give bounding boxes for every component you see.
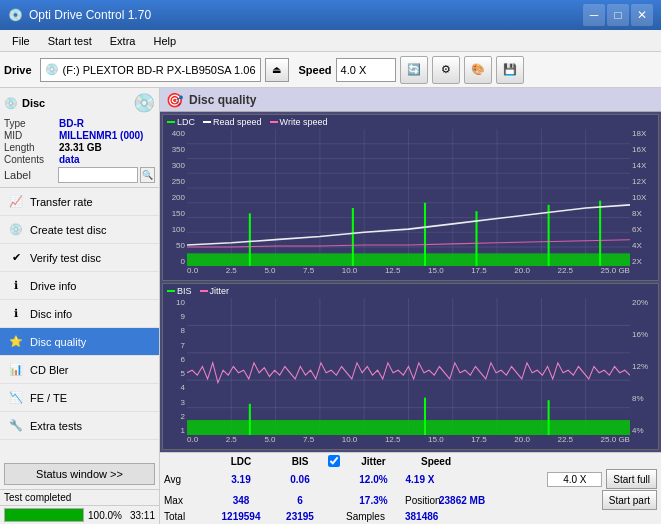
speed-select[interactable]: 4.0 X: [336, 58, 396, 82]
main-content: 💿 Disc 💿 Type BD-R MID MILLENMR1 (000) L…: [0, 88, 661, 524]
menu-start-test[interactable]: Start test: [40, 31, 100, 51]
chart1-legend: LDC Read speed Write speed: [167, 117, 327, 127]
write-speed-dot: [270, 121, 278, 123]
svg-rect-23: [548, 205, 550, 266]
disc-label-input[interactable]: [58, 167, 138, 183]
close-button[interactable]: ✕: [631, 4, 653, 26]
nav-item-verify-test-disc[interactable]: ✔ Verify test disc: [0, 244, 159, 272]
chart-header: 🎯 Disc quality: [160, 88, 661, 112]
nav-label-disc-quality: Disc quality: [30, 336, 86, 348]
title-bar-controls: ─ □ ✕: [583, 4, 653, 26]
nav-label-transfer-rate: Transfer rate: [30, 196, 93, 208]
avg-ldc: 3.19: [210, 474, 272, 485]
max-right: 23862 MB Start part: [439, 490, 657, 510]
max-ldc: 348: [210, 495, 272, 506]
nav-item-disc-quality[interactable]: ⭐ Disc quality: [0, 328, 159, 356]
verify-test-disc-icon: ✔: [8, 250, 24, 266]
progress-bar-inner: [5, 509, 83, 521]
disc-quality-icon: ⭐: [8, 334, 24, 350]
nav-item-cd-bler[interactable]: 📊 CD Bler: [0, 356, 159, 384]
avg-bis: 0.06: [276, 474, 324, 485]
max-row: Max 348 6 17.3% Position 23862 MB Start …: [164, 490, 657, 510]
status-window-button[interactable]: Status window >>: [4, 463, 155, 485]
jitter-checkbox[interactable]: [328, 455, 340, 467]
start-full-button[interactable]: Start full: [606, 469, 657, 489]
extra-tests-icon: 🔧: [8, 418, 24, 434]
eject-button[interactable]: ⏏: [265, 58, 289, 82]
app-title: Opti Drive Control 1.70: [29, 8, 151, 22]
chart1-x-axis: 0.0 2.5 5.0 7.5 10.0 12.5 15.0 17.5 20.0…: [187, 266, 630, 280]
nav-label-cd-bler: CD Bler: [30, 364, 69, 376]
settings-button[interactable]: ⚙: [432, 56, 460, 84]
position-value: 23862 MB: [439, 495, 485, 506]
speed-value: 4.0 X: [341, 64, 367, 76]
chart2-y-right: 20% 16% 12% 8% 4%: [630, 298, 658, 435]
menu-file[interactable]: File: [4, 31, 38, 51]
disc-icon2: 💿: [133, 92, 155, 114]
start-part-button[interactable]: Start part: [602, 490, 657, 510]
cd-bler-icon: 📊: [8, 362, 24, 378]
stats-section: LDC BIS Jitter Speed Avg 3.19 0.06 12.0%…: [160, 452, 661, 524]
disc-header-text: Disc: [22, 97, 45, 109]
write-speed-label: Write speed: [280, 117, 328, 127]
nav-item-fe-te[interactable]: 📉 FE / TE: [0, 384, 159, 412]
legend-jitter: Jitter: [200, 286, 230, 296]
ldc-dot: [167, 121, 175, 123]
app-icon: 💿: [8, 8, 23, 22]
nav-label-drive-info: Drive info: [30, 280, 76, 292]
create-test-disc-icon: 💿: [8, 222, 24, 238]
avg-speed: 4.19 X: [405, 474, 435, 485]
svg-rect-24: [599, 201, 601, 266]
total-label: Total: [164, 511, 206, 522]
maximize-button[interactable]: □: [607, 4, 629, 26]
progress-bar-outer: [4, 508, 84, 522]
nav-label-fe-te: FE / TE: [30, 392, 67, 404]
nav-item-transfer-rate[interactable]: 📈 Transfer rate: [0, 188, 159, 216]
progress-percent: 100.0%: [88, 510, 122, 521]
disc-mid-value: MILLENMR1 (000): [59, 130, 143, 141]
svg-rect-19: [249, 213, 251, 266]
max-bis: 6: [276, 495, 324, 506]
title-bar-title: 💿 Opti Drive Control 1.70: [8, 8, 151, 22]
chart-bis: BIS Jitter: [162, 283, 659, 450]
samples-value: 381486: [405, 511, 438, 522]
nav-label-disc-info: Disc info: [30, 308, 72, 320]
disc-header-icon: 💿: [4, 97, 18, 110]
nav-label-create-test-disc: Create test disc: [30, 224, 106, 236]
disc-mid-label: MID: [4, 130, 59, 141]
bis-label: BIS: [177, 286, 192, 296]
refresh-button[interactable]: 🔄: [400, 56, 428, 84]
nav-list: 📈 Transfer rate 💿 Create test disc ✔ Ver…: [0, 188, 159, 459]
disc-contents-label: Contents: [4, 154, 59, 165]
nav-item-extra-tests[interactable]: 🔧 Extra tests: [0, 412, 159, 440]
save-button[interactable]: 💾: [496, 56, 524, 84]
nav-label-extra-tests: Extra tests: [30, 420, 82, 432]
svg-rect-22: [475, 211, 477, 266]
avg-jitter: 12.0%: [346, 474, 401, 485]
menu-help[interactable]: Help: [145, 31, 184, 51]
disc-section: 💿 Disc 💿 Type BD-R MID MILLENMR1 (000) L…: [0, 88, 159, 188]
nav-item-drive-info[interactable]: ℹ Drive info: [0, 272, 159, 300]
palette-button[interactable]: 🎨: [464, 56, 492, 84]
minimize-button[interactable]: ─: [583, 4, 605, 26]
disc-length-row: Length 23.31 GB: [4, 142, 155, 153]
drive-select[interactable]: 💿 (F:) PLEXTOR BD-R PX-LB950SA 1.06: [40, 58, 261, 82]
transfer-rate-icon: 📈: [8, 194, 24, 210]
menu-extra[interactable]: Extra: [102, 31, 144, 51]
stats-header: LDC BIS Jitter Speed: [164, 455, 657, 467]
disc-length-value: 23.31 GB: [59, 142, 102, 153]
legend-ldc: LDC: [167, 117, 195, 127]
nav-item-disc-info[interactable]: ℹ Disc info: [0, 300, 159, 328]
drive-info-icon: ℹ: [8, 278, 24, 294]
speed-label: Speed: [299, 64, 332, 76]
legend-bis: BIS: [167, 286, 192, 296]
chart2-svg: [187, 298, 630, 435]
chart2-legend: BIS Jitter: [167, 286, 229, 296]
bis-dot: [167, 290, 175, 292]
disc-mid-row: MID MILLENMR1 (000): [4, 130, 155, 141]
toolbar: Drive 💿 (F:) PLEXTOR BD-R PX-LB950SA 1.0…: [0, 52, 661, 88]
disc-label-button[interactable]: 🔍: [140, 167, 155, 183]
speed-target[interactable]: 4.0 X: [547, 472, 602, 487]
ldc-label: LDC: [177, 117, 195, 127]
nav-item-create-test-disc[interactable]: 💿 Create test disc: [0, 216, 159, 244]
